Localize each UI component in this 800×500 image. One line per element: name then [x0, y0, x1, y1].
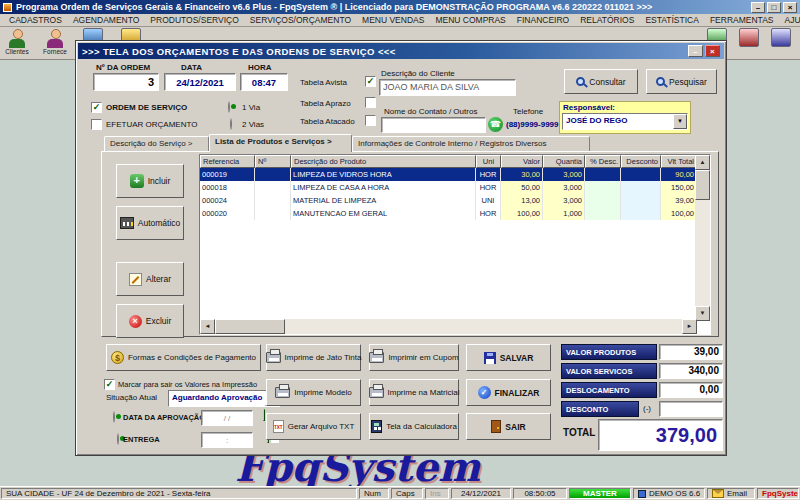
- client-field[interactable]: JOAO MARIA DA SILVA: [379, 79, 516, 96]
- menu-servicos-orcamento[interactable]: SERVIÇOS/ORÇAMENTO: [245, 15, 356, 25]
- table-cell[interactable]: 3,000: [543, 181, 585, 194]
- automatico-button[interactable]: Automático: [116, 206, 184, 240]
- toolbar-button[interactable]: [734, 28, 764, 47]
- via2-radio[interactable]: [230, 118, 232, 130]
- app-maximize-button[interactable]: □: [767, 2, 781, 13]
- tab-descricao-servico[interactable]: Descrição do Serviço >: [104, 136, 209, 152]
- col-referencia[interactable]: Referencia: [200, 155, 255, 168]
- window-titlebar[interactable]: >>> TELA DOS ORÇAMENTOS E DAS ORDENS DE …: [78, 43, 724, 59]
- table-cell[interactable]: [255, 168, 291, 181]
- table-cell[interactable]: LIMPEZA DE CASA A HORA: [291, 181, 476, 194]
- table-cell[interactable]: 90,00: [661, 168, 697, 181]
- tab-controle-interno[interactable]: Informações de Controle Interno / Regist…: [352, 136, 590, 152]
- table-row[interactable]: 000024MATERIAL DE LIMPEZAUNI13,003,00039…: [200, 194, 710, 207]
- table-cell[interactable]: [621, 207, 661, 220]
- situacao-dropdown[interactable]: Aguardando Aprovação ▼: [168, 390, 280, 407]
- imprime-cupom-button[interactable]: Imprimir em Cupom: [369, 344, 459, 371]
- table-cell[interactable]: 000018: [200, 181, 255, 194]
- window-minimize-button[interactable]: –: [688, 45, 703, 57]
- status-email[interactable]: Email: [707, 488, 755, 499]
- alterar-button[interactable]: Alterar: [116, 262, 184, 296]
- imprime-jato-button[interactable]: Imprime de Jato Tinta: [266, 344, 361, 371]
- table-cell[interactable]: HOR: [476, 181, 501, 194]
- table-cell[interactable]: 1,000: [543, 207, 585, 220]
- sair-button[interactable]: SAIR: [466, 413, 551, 440]
- scroll-right-icon[interactable]: ►: [682, 319, 697, 334]
- menu-estatistica[interactable]: ESTATÍSTICA: [640, 15, 704, 25]
- via1-radio[interactable]: [228, 101, 230, 113]
- toolbar-button[interactable]: [766, 28, 796, 47]
- menu-relatorios[interactable]: RELATÓRIOS: [575, 15, 639, 25]
- scrollbar-thumb[interactable]: [215, 319, 285, 334]
- table-cell[interactable]: 150,00: [661, 181, 697, 194]
- horizontal-scrollbar[interactable]: ◄ ►: [200, 319, 697, 334]
- table-cell[interactable]: [621, 168, 661, 181]
- entrega-radio[interactable]: [117, 433, 119, 445]
- pesquisar-button[interactable]: Pesquisar: [646, 69, 717, 94]
- entrega-field[interactable]: :: [201, 432, 253, 448]
- table-cell[interactable]: [255, 194, 291, 207]
- excluir-button[interactable]: × Excluir: [116, 304, 184, 338]
- responsavel-dropdown[interactable]: JOSÉ DO REGO ▼: [562, 113, 688, 130]
- table-cell[interactable]: [585, 207, 621, 220]
- col-desconto[interactable]: Desconto: [621, 155, 661, 168]
- menu-compras[interactable]: MENU COMPRAS: [430, 15, 510, 25]
- table-cell[interactable]: 100,00: [501, 207, 543, 220]
- menu-vendas[interactable]: MENU VENDAS: [357, 15, 429, 25]
- desconto-value[interactable]: [659, 401, 723, 417]
- salvar-button[interactable]: SALVAR: [466, 344, 551, 371]
- app-titlebar[interactable]: Programa Ordem de Serviços Gerais & Fina…: [0, 0, 800, 14]
- menu-agendamento[interactable]: AGENDAMENTO: [68, 15, 144, 25]
- efetuar-orcamento-checkbox[interactable]: [91, 119, 102, 130]
- table-cell[interactable]: 000020: [200, 207, 255, 220]
- tabela-aprazo-checkbox[interactable]: [365, 97, 376, 108]
- col-uni[interactable]: Uni: [476, 155, 501, 168]
- tabela-avista-checkbox[interactable]: ✓: [365, 76, 376, 87]
- calculadora-button[interactable]: Tela da Calculadora: [369, 413, 459, 440]
- table-cell[interactable]: LIMPEZA DE VIDROS HORA: [291, 168, 476, 181]
- toolbar-clientes-button[interactable]: Clientes: [2, 28, 32, 55]
- table-cell[interactable]: 000019: [200, 168, 255, 181]
- finalizar-button[interactable]: ✓ FINALIZAR: [466, 379, 551, 406]
- table-cell[interactable]: [255, 181, 291, 194]
- menu-ferramentas[interactable]: FERRAMENTAS: [705, 15, 779, 25]
- data-aprovacao-field[interactable]: / /: [201, 410, 253, 426]
- order-number-field[interactable]: 3: [93, 73, 159, 91]
- table-cell[interactable]: [585, 168, 621, 181]
- menu-financeiro[interactable]: FINANCEIRO: [512, 15, 574, 25]
- table-cell[interactable]: 100,00: [661, 207, 697, 220]
- app-close-button[interactable]: ×: [783, 2, 797, 13]
- contact-field[interactable]: [381, 117, 486, 133]
- vertical-scrollbar[interactable]: ▲ ▼: [695, 155, 710, 321]
- menu-cadastros[interactable]: CADASTROS: [4, 15, 67, 25]
- chevron-down-icon[interactable]: ▼: [673, 114, 687, 129]
- table-cell[interactable]: [585, 194, 621, 207]
- table-cell[interactable]: [621, 181, 661, 194]
- tab-lista-produtos[interactable]: Lista de Produtos e Serviços >: [209, 134, 352, 152]
- table-cell[interactable]: MATERIAL DE LIMPEZA: [291, 194, 476, 207]
- app-minimize-button[interactable]: –: [751, 2, 765, 13]
- toolbar-fornecedores-button[interactable]: Fornece: [40, 28, 70, 55]
- table-row[interactable]: 000019LIMPEZA DE VIDROS HORAHOR30,003,00…: [200, 168, 710, 181]
- table-cell[interactable]: 13,00: [501, 194, 543, 207]
- table-cell[interactable]: [255, 207, 291, 220]
- menu-ajuda[interactable]: AJUDA: [780, 15, 800, 25]
- scrollbar-thumb[interactable]: [695, 170, 710, 200]
- tabela-atacado-checkbox[interactable]: [365, 115, 376, 126]
- whatsapp-icon[interactable]: ☎: [488, 117, 503, 132]
- table-row[interactable]: 000020MANUTENCAO EM GERALHOR100,001,0001…: [200, 207, 710, 220]
- table-cell[interactable]: 3,000: [543, 194, 585, 207]
- table-cell[interactable]: UNI: [476, 194, 501, 207]
- imprime-modelo-button[interactable]: Imprime Modelo: [266, 379, 361, 406]
- table-cell[interactable]: 39,00: [661, 194, 697, 207]
- table-cell[interactable]: [621, 194, 661, 207]
- table-cell[interactable]: 3,000: [543, 168, 585, 181]
- table-cell[interactable]: HOR: [476, 168, 501, 181]
- calendar-icon[interactable]: [263, 409, 265, 421]
- table-cell[interactable]: 000024: [200, 194, 255, 207]
- time-field[interactable]: 08:47: [240, 73, 288, 91]
- window-close-button[interactable]: ×: [705, 45, 720, 57]
- col-numero[interactable]: Nº: [255, 155, 291, 168]
- table-cell[interactable]: HOR: [476, 207, 501, 220]
- scroll-down-icon[interactable]: ▼: [695, 306, 710, 321]
